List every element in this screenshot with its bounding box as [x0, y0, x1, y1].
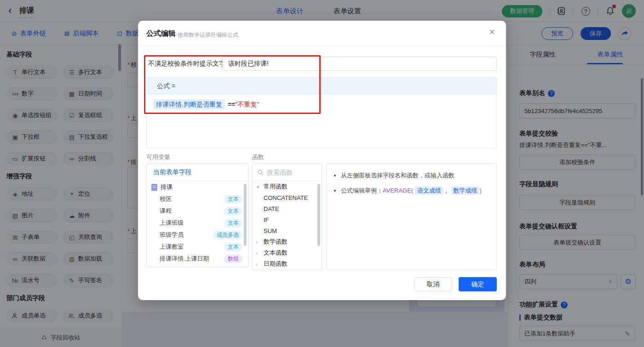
function-item[interactable]: IF: [253, 214, 322, 225]
validation-message-label: 不满足校验条件时提示文字:: [148, 60, 227, 68]
dialog-subtitle: 使用数学运算符编辑公式: [178, 31, 238, 39]
formula-edit-dialog: 公式编辑 使用数学运算符编辑公式 × 不满足校验条件时提示文字: 公式 = 排课…: [138, 21, 506, 300]
type-badge: [230, 267, 242, 267]
function-group-common[interactable]: ∨常用函数: [253, 181, 322, 192]
variable-row-clipped[interactable]: [147, 265, 248, 267]
function-item[interactable]: DATE: [253, 203, 322, 214]
variable-row[interactable]: 班级学员成员多选: [147, 229, 248, 241]
app-window: ‹ 排课 表单设计 表单设置 数据管理 ? 训 ⊘表单外链 ⊠后端脚本 ⊡: [0, 0, 644, 347]
formula-editor[interactable]: 公式 = 排课详情.判断是否重复=="不重复": [146, 77, 497, 148]
caret-right-icon: ›: [256, 262, 261, 267]
variable-row[interactable]: 课程文本: [147, 205, 248, 217]
formula-expression[interactable]: 排课详情.判断是否重复=="不重复": [147, 95, 496, 109]
tips-panel: 从左侧面板选择字段名和函数，或输入函数 公式编辑举例：AVERAGE( 语文成绩…: [327, 163, 497, 270]
function-item[interactable]: CONCATENATE: [253, 192, 322, 203]
caret-right-icon: ›: [256, 239, 261, 245]
type-badge: 成员多选: [213, 231, 242, 239]
type-badge: 文本: [224, 219, 242, 228]
variable-row[interactable]: 校区文本: [147, 193, 248, 205]
example-field-chip: 数学成绩: [451, 186, 479, 195]
header-divider: [138, 46, 506, 46]
search-icon: [257, 169, 264, 176]
formula-operator: ==: [228, 101, 235, 108]
validation-message-input[interactable]: [222, 57, 497, 71]
formula-string-literal: "不重复": [235, 101, 259, 108]
function-search[interactable]: [253, 164, 322, 181]
type-badge: 数组: [224, 255, 242, 263]
caret-right-icon: ›: [256, 250, 261, 256]
type-badge: 文本: [224, 195, 242, 204]
example-field-chip: 语文成绩: [415, 186, 443, 195]
functions-scrollbar[interactable]: [317, 184, 320, 246]
function-group-math[interactable]: ›数学函数: [253, 236, 322, 247]
function-item[interactable]: SUM: [253, 225, 322, 236]
variable-row[interactable]: 上课教室文本: [147, 241, 248, 253]
type-badge: 文本: [224, 243, 242, 251]
variables-panel: 当前表单字段 排课 校区文本 课程文本 上课班级文本 班级学员成员多选 上课教室…: [146, 163, 248, 267]
tip-line-1: 从左侧面板选择字段名和函数，或输入函数: [341, 171, 490, 180]
functions-title: 函数: [252, 153, 264, 161]
function-group-date[interactable]: ›日期函数: [253, 258, 322, 269]
variables-title: 可用变量: [146, 153, 170, 161]
form-doc-icon: [151, 184, 157, 191]
functions-panel: ∨常用函数 CONCATENATE DATE IF SUM ›数学函数 ›文本函…: [252, 163, 322, 270]
cancel-button[interactable]: 取消: [414, 277, 452, 291]
dialog-title: 公式编辑: [146, 29, 176, 39]
close-icon[interactable]: ×: [489, 27, 495, 37]
example-function-name: AVERAGE(: [383, 187, 413, 194]
caret-down-icon: ∨: [256, 184, 261, 189]
formula-field-chip[interactable]: 排课详情.判断是否重复: [153, 99, 225, 109]
confirm-button[interactable]: 确定: [459, 277, 497, 291]
variable-row[interactable]: 排课详情.上课日期数组: [147, 253, 248, 265]
function-group-text[interactable]: ›文本函数: [253, 247, 322, 258]
function-search-input[interactable]: [267, 169, 313, 176]
tip-line-2: 公式编辑举例：AVERAGE( 语文成绩， 数学成绩): [341, 186, 490, 195]
variable-row[interactable]: 上课班级文本: [147, 217, 248, 229]
tab-current-form-fields[interactable]: 当前表单字段: [147, 164, 248, 181]
type-badge: 文本: [224, 207, 242, 216]
formula-header: 公式 =: [147, 78, 496, 95]
variables-scrollbar[interactable]: [244, 184, 247, 246]
tree-node-form[interactable]: 排课: [147, 181, 248, 193]
